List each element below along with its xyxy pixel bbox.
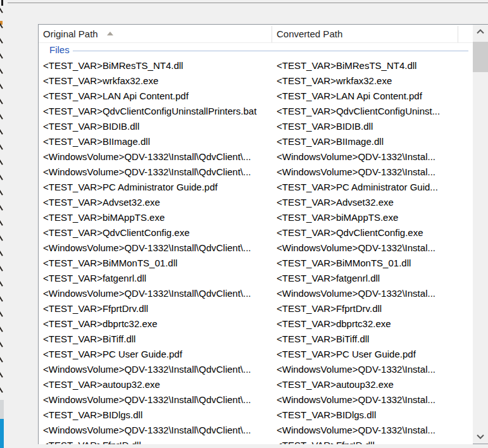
background-window-fragment [0,128,3,134]
cell-original-path: <TEST_VAR>Advset32.exe [43,195,270,210]
cell-converted-path: <TEST_VAR>BIDIB.dll [277,119,468,134]
cell-converted-path: <TEST_VAR>autoup32.exe [277,377,468,392]
cell-converted-path: <TEST_VAR>BiMMonTS_01.dll [277,256,468,271]
cell-original-path: <TEST_VAR>PC Administrator Guide.pdf [43,180,270,195]
scrollbar-thumb[interactable] [473,42,488,72]
table-row[interactable]: <TEST_VAR>autoup32.exe<TEST_VAR>autoup32… [39,377,473,392]
column-header-original-path[interactable]: Original Path [43,25,113,43]
background-window-fragment [0,386,3,392]
cell-converted-path: <WindowsVolume>QDV-1332\Instal... [277,423,468,438]
background-window-fragment [0,113,3,119]
table-row[interactable]: <WindowsVolume>QDV-1332\Install\QdvClien… [39,165,473,180]
cell-original-path: <TEST_VAR>BiMResTS_NT4.dll [43,58,270,73]
background-window-fragment [0,356,3,362]
cell-original-path: <TEST_VAR>BIImage.dll [43,134,270,149]
background-window-fragment [0,325,3,332]
chevron-down-icon [477,434,484,439]
cell-original-path: <WindowsVolume>QDV-1332\Install\QdvClien… [43,286,270,301]
background-window-fragment [0,97,3,104]
cell-original-path: <TEST_VAR>fatgenrl.dll [43,271,270,286]
table-row[interactable]: <TEST_VAR>PC User Guide.pdf<TEST_VAR>PC … [39,347,473,362]
background-window-fragment [0,371,3,377]
background-window-fragment [0,295,3,301]
cell-original-path: <TEST_VAR>dbprtc32.exe [43,316,270,332]
table-row[interactable]: <TEST_VAR>Advset32.exe<TEST_VAR>Advset32… [39,195,473,210]
cell-original-path: <TEST_VAR>LAN Api Content.pdf [43,89,270,104]
cell-converted-path: <TEST_VAR>LAN Api Content.pdf [277,89,468,104]
table-row[interactable]: <WindowsVolume>QDV-1332\Install\QdvClien… [39,149,473,165]
background-window-fragment [0,158,3,165]
table-row[interactable]: <TEST_VAR>FfprID.dll<TEST_VAR>FfprID.dll [39,438,473,444]
table-row[interactable]: <WindowsVolume>QDV-1332\Install\QdvClien… [39,423,473,438]
table-row[interactable]: <TEST_VAR>BIDIB.dll<TEST_VAR>BIDIB.dll [39,119,473,134]
background-window-edge-strip [0,5,4,448]
group-row-line [73,51,468,51]
background-window-fragment [0,234,3,240]
cell-converted-path: <TEST_VAR>FfprID.dll [277,438,468,444]
table-row[interactable]: <TEST_VAR>BiMMonTS_01.dll<TEST_VAR>BiMMo… [39,256,473,271]
table-row[interactable]: <TEST_VAR>FfprtDrv.dll<TEST_VAR>FfprtDrv… [39,301,473,316]
cell-original-path: <TEST_VAR>FfprtDrv.dll [43,301,270,316]
table-row[interactable]: <TEST_VAR>QdvClientConfigUninstallPrinte… [39,104,473,119]
table-row[interactable]: <TEST_VAR>QdvClientConfig.exe<TEST_VAR>Q… [39,225,473,240]
column-divider[interactable] [458,26,458,42]
table-row[interactable]: <TEST_VAR>BIDlgs.dll<TEST_VAR>BIDlgs.dll [39,408,473,423]
table-row[interactable]: <TEST_VAR>BIImage.dll<TEST_VAR>BIImage.d… [39,134,473,149]
cell-original-path: <WindowsVolume>QDV-1332\Install\QdvClien… [43,392,270,408]
vertical-scrollbar[interactable] [473,25,488,444]
background-window-fragment [0,280,3,286]
scroll-down-button[interactable] [473,431,488,442]
cell-converted-path: <WindowsVolume>QDV-1332\Instal... [277,362,468,377]
table-row[interactable]: <TEST_VAR>fatgenrl.dll<TEST_VAR>fatgenrl… [39,271,473,286]
grid-column-headers: Original Path Converted Path [39,25,487,43]
cell-converted-path: <TEST_VAR>PC User Guide.pdf [277,347,468,362]
cell-converted-path: <TEST_VAR>BIImage.dll [277,134,468,149]
chevron-up-icon [477,29,484,34]
cell-converted-path: <TEST_VAR>biMAppTS.exe [277,210,468,225]
table-row[interactable]: <TEST_VAR>PC Administrator Guide.pdf<TES… [39,180,473,195]
cell-converted-path: <TEST_VAR>BIDlgs.dll [277,408,468,423]
cell-converted-path: <TEST_VAR>dbprtc32.exe [277,316,468,332]
scroll-up-button[interactable] [473,26,488,37]
cell-converted-path: <WindowsVolume>QDV-1332\Instal... [277,392,468,408]
cell-converted-path: <TEST_VAR>fatgenrl.dll [277,271,468,286]
cell-converted-path: <WindowsVolume>QDV-1332\Instal... [277,165,468,180]
table-row[interactable]: <TEST_VAR>wrkfax32.exe<TEST_VAR>wrkfax32… [39,73,473,89]
cell-converted-path: <TEST_VAR>wrkfax32.exe [277,73,468,89]
cell-original-path: <WindowsVolume>QDV-1332\Install\QdvClien… [43,362,270,377]
cell-converted-path: <TEST_VAR>QdvClientConfig.exe [277,225,468,240]
table-row[interactable]: <TEST_VAR>BiTiff.dll<TEST_VAR>BiTiff.dll [39,332,473,347]
cell-original-path: <TEST_VAR>QdvClientConfigUninstallPrinte… [43,104,270,119]
background-window-fragment [0,143,3,149]
background-window-fragment [0,52,3,58]
cell-original-path: <TEST_VAR>FfprID.dll [43,438,270,444]
background-window-fragment [0,6,3,13]
background-window-fragment [0,249,3,256]
cell-converted-path: <TEST_VAR>BiMResTS_NT4.dll [277,58,468,73]
group-row-files[interactable]: Files [39,43,473,58]
background-window-divider [8,3,488,3]
cell-original-path: <TEST_VAR>biMAppTS.exe [43,210,270,225]
group-label: Files [49,44,70,55]
table-row[interactable]: <WindowsVolume>QDV-1332\Install\QdvClien… [39,240,473,256]
table-row[interactable]: <TEST_VAR>dbprtc32.exe<TEST_VAR>dbprtc32… [39,316,473,332]
table-row[interactable]: <WindowsVolume>QDV-1332\Install\QdvClien… [39,286,473,301]
background-window-fragment [0,219,3,225]
cell-converted-path: <WindowsVolume>QDV-1332\Instal... [277,149,468,165]
background-window-fragment [0,340,3,347]
column-header-converted-path[interactable]: Converted Path [277,25,342,43]
column-divider[interactable] [272,26,272,42]
cell-original-path: <TEST_VAR>wrkfax32.exe [43,73,270,89]
column-header-label: Original Path [43,28,98,39]
table-row[interactable]: <TEST_VAR>BiMResTS_NT4.dll<TEST_VAR>BiMR… [39,58,473,73]
cell-original-path: <TEST_VAR>QdvClientConfig.exe [43,225,270,240]
background-window-fragment [0,204,3,210]
background-window-fragment [0,264,3,271]
cell-converted-path: <TEST_VAR>QdvClientConfigUninst... [277,104,468,119]
table-row[interactable]: <WindowsVolume>QDV-1332\Install\QdvClien… [39,362,473,377]
table-row[interactable]: <WindowsVolume>QDV-1332\Install\QdvClien… [39,392,473,408]
background-window-fragment [0,82,3,89]
background-window-fragment [0,37,3,43]
table-row[interactable]: <TEST_VAR>biMAppTS.exe<TEST_VAR>biMAppTS… [39,210,473,225]
table-row[interactable]: <TEST_VAR>LAN Api Content.pdf<TEST_VAR>L… [39,89,473,104]
